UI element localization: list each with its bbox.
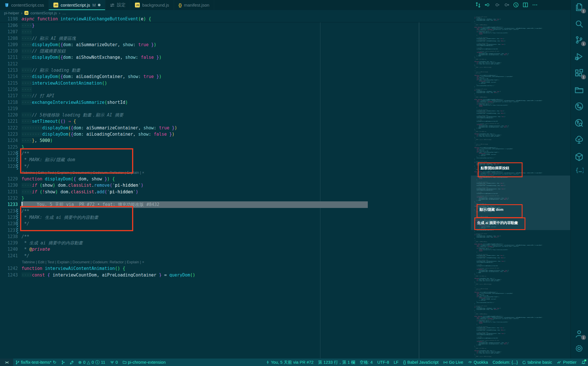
tab-contentscript-css[interactable]: contentScript.css xyxy=(0,0,49,10)
line-number[interactable]: 1229 xyxy=(0,176,18,182)
code-line[interactable]: 1230····if (show) dom.classList.remove('… xyxy=(0,182,471,188)
line-number[interactable]: 1233 xyxy=(0,201,18,208)
workspace-item[interactable]: pi-chrome-extension xyxy=(120,360,168,365)
line-number[interactable]: 1228 xyxy=(0,163,18,170)
line-number[interactable]: 1238 xyxy=(0,233,18,240)
code-line[interactable]: 1208····// 顯示 AI 摘要區塊 xyxy=(0,35,471,42)
code-line[interactable]: 1210····// 隱藏摘要按鈕 xyxy=(0,48,471,54)
code-line[interactable]: 1211····displayDom({dom: aiShowNotExchan… xyxy=(0,54,471,61)
problems-item[interactable]: ⊗0 △0 ⓘ11 xyxy=(76,360,108,365)
tab-manifest-json[interactable]: {} manifest.json xyxy=(174,0,214,10)
line-number[interactable]: 1219 xyxy=(0,106,18,112)
line-number[interactable]: 1214 xyxy=(0,73,18,80)
search-icon[interactable] xyxy=(575,20,584,29)
code-line[interactable]: 1217····// 打 API xyxy=(0,93,471,99)
go-live-button[interactable]: Go Live xyxy=(441,360,466,365)
code-line[interactable]: 1238/** xyxy=(0,233,471,240)
line-number[interactable]: 1212 xyxy=(0,61,18,67)
git-graph-button[interactable] xyxy=(59,360,67,365)
line-number[interactable]: 1209 xyxy=(0,42,18,48)
git-compare-icon[interactable] xyxy=(474,1,482,9)
line-number[interactable]: 1241 xyxy=(0,253,18,259)
run-circle-icon[interactable] xyxy=(512,1,520,9)
breadcrumb-symbol[interactable]: … xyxy=(62,11,66,15)
code-line[interactable]: 1216···· xyxy=(0,86,471,93)
cursor-position[interactable]: 第 1233 行，第 1 欄 xyxy=(316,360,357,365)
tab-background-js[interactable]: JS background.js xyxy=(130,0,174,10)
code-line[interactable]: 1207···· xyxy=(0,29,471,35)
code-line[interactable]: 1214····displayDom({dom: aiLoadingContai… xyxy=(0,73,471,80)
line-number[interactable]: 1225 xyxy=(0,144,18,150)
rocket-button[interactable] xyxy=(67,360,76,365)
code-line[interactable]: 1223········displayDom({dom: aiLoadingCo… xyxy=(0,131,471,137)
split-editor-icon[interactable] xyxy=(522,1,529,9)
line-number[interactable]: 1234 xyxy=(0,208,18,214)
account-icon[interactable]: 1 xyxy=(575,329,584,338)
line-number[interactable]: 1220 xyxy=(0,112,18,118)
settings-gear-icon[interactable] xyxy=(575,344,584,353)
code-line[interactable]: 1242function interviewAiContentAnimation… xyxy=(0,265,471,272)
codeium-button[interactable]: Codeium: {...} xyxy=(490,360,520,365)
line-number[interactable]: 1242 xyxy=(0,265,18,272)
line-number[interactable]: 1217 xyxy=(0,93,18,99)
minimap[interactable]: // ======== VIP ======if (!isVip) { disp… xyxy=(471,16,570,359)
line-number[interactable]: 1235 xyxy=(0,214,18,221)
line-number[interactable]: 1210 xyxy=(0,48,18,54)
codelens-actions[interactable]: Tabnine | Edit | Test | Explain | Docume… xyxy=(0,259,471,265)
line-number[interactable]: 1215 xyxy=(0,80,18,86)
code-line[interactable]: 1243····const { interviewCountDom, aiPre… xyxy=(0,272,471,277)
tabnine-button[interactable]: tabnine basic xyxy=(520,360,554,365)
extensions-icon[interactable]: 1 xyxy=(575,69,584,78)
breadcrumb-file[interactable]: contentScript.js xyxy=(30,11,57,15)
eol[interactable]: LF xyxy=(391,360,401,365)
code-line[interactable]: 1239 * 生成 ai 摘要中的內容動畫 xyxy=(0,240,471,246)
line-number[interactable]: 1211 xyxy=(0,54,18,61)
quokka-button[interactable]: Quokka xyxy=(466,360,490,365)
folder-icon[interactable] xyxy=(575,85,584,95)
code-line[interactable]: 1232} xyxy=(0,195,471,201)
code-line[interactable]: 1231····if (!show) dom.classList.add('pi… xyxy=(0,189,471,195)
line-number[interactable]: 1218 xyxy=(0,99,18,106)
line-number[interactable]: 1208 xyxy=(0,35,18,42)
line-number[interactable]: 1224 xyxy=(0,137,18,144)
line-number[interactable]: 1226 xyxy=(0,150,18,157)
line-number[interactable]: 1243 xyxy=(0,272,18,277)
git-graph-icon[interactable] xyxy=(575,102,584,111)
prettier-button[interactable]: ✓✓ Prettier xyxy=(554,360,579,365)
code-line[interactable]: 1229function displayDom({ dom, show }) { xyxy=(0,176,471,182)
code-line[interactable]: 1221····setTimeout(() ⇒ { xyxy=(0,118,471,124)
line-number[interactable]: 1222 xyxy=(0,125,18,131)
line-number[interactable]: 1227 xyxy=(0,157,18,163)
code-line[interactable]: 1240 * @private xyxy=(0,246,471,252)
gitlens-blame-item[interactable]: You, 5 天前 via PR #72 xyxy=(264,360,316,365)
language-mode[interactable]: {} Babel JavaScript xyxy=(401,360,441,365)
ports-item[interactable]: 0 xyxy=(108,360,120,365)
line-number[interactable]: 1230 xyxy=(0,182,18,188)
line-number[interactable]: 1207 xyxy=(0,29,18,35)
code-line[interactable]: 1209····displayDom({dom: aiSummarizeOute… xyxy=(0,42,471,48)
indentation[interactable]: 空格: 4 xyxy=(357,360,375,365)
code-line[interactable]: 1213····// 顯示 loading 動畫 xyxy=(0,67,471,73)
source-control-icon[interactable]: 1 xyxy=(575,36,584,45)
line-number[interactable]: 1236 xyxy=(0,221,18,227)
line-number[interactable]: 1223 xyxy=(0,131,18,137)
notifications-bell[interactable] xyxy=(579,360,588,365)
sync-icon[interactable]: ↻ xyxy=(53,360,56,365)
more-actions-icon[interactable] xyxy=(531,1,539,9)
code-line[interactable]: 1220····// 5秒後移除 loading 動畫，顯示 AI 摘要 xyxy=(0,112,471,118)
code-line[interactable]: 1241 */ xyxy=(0,253,471,259)
package-icon[interactable] xyxy=(575,153,584,162)
encoding[interactable]: UTF-8 xyxy=(375,360,391,365)
line-number[interactable]: 1231 xyxy=(0,189,18,195)
editor-area[interactable]: 1198async function interviewAiExchangeBu… xyxy=(0,16,571,359)
run-debug-icon[interactable] xyxy=(575,52,584,61)
breadcrumb-project[interactable]: pi-helper xyxy=(4,11,19,15)
line-number[interactable]: 1213 xyxy=(0,67,18,73)
line-number[interactable]: 1239 xyxy=(0,240,18,246)
tab-contentscript-js[interactable]: JS contentScript.js M xyxy=(49,0,105,10)
line-number[interactable]: 1232 xyxy=(0,195,18,201)
tab-settings[interactable]: 設定 xyxy=(105,0,130,10)
braces-icon[interactable]: {…} xyxy=(575,166,584,175)
line-number[interactable]: 1240 xyxy=(0,246,18,252)
code-line[interactable]: 1215····interviewAiContentAnimation() xyxy=(0,80,471,86)
